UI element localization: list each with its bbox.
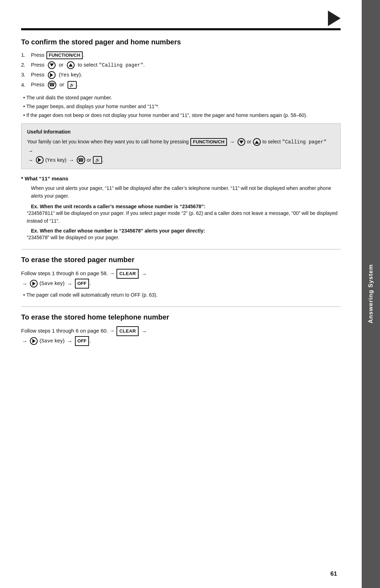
up-button (67, 61, 75, 69)
arrow-icon4: → (69, 156, 74, 165)
section2-note: The pager call mode will automatically r… (21, 291, 341, 299)
main-content: To confirm the stored pager and home num… (0, 0, 362, 588)
section2-text1: Follow steps 1 through 6 on page 58. → (21, 270, 116, 276)
ex2-body: “2345678” will be displayed on your page… (27, 234, 341, 241)
arrow-icon: → (229, 137, 235, 147)
top-arrow-area (21, 11, 341, 26)
off-button-s2: OFF (75, 279, 89, 289)
save-right-tri-icon-s2 (32, 281, 36, 286)
arr-s2-3: → (67, 279, 72, 289)
function-ch-button-info: FUNCTION/CH (190, 138, 227, 146)
arr-s3-3: → (67, 336, 72, 346)
arr-s3-1: → (141, 327, 147, 336)
up-button-info (253, 138, 261, 146)
down-tri-info-icon (239, 141, 243, 144)
up-tri-info-icon (255, 141, 259, 144)
section3-body: Follow steps 1 through 6 on page 60. → C… (21, 326, 341, 346)
step-2: 2. Press or to select "Calling pager". (21, 61, 341, 69)
ex1-bold: Ex. When the unit records a caller’s mes… (31, 204, 341, 209)
section-divider-1 (21, 249, 341, 249)
what11-body: When your unit alerts your pager, “11” w… (31, 184, 341, 200)
ex2-bold: Ex. When the caller whose number is “234… (31, 228, 341, 234)
section-divider-2 (21, 307, 341, 307)
up-triangle-icon (69, 63, 73, 67)
arr-s2-2: → (22, 279, 27, 289)
sidebar-tab: Answering System (362, 0, 380, 588)
section1-notes: The unit dials the stored pager number. … (21, 94, 341, 119)
clear-button-s3: CLEAR (116, 326, 139, 336)
save-key-button-s2 (30, 280, 38, 287)
section2-notes: The pager call mode will automatically r… (21, 291, 341, 299)
sidebar-label: Answering System (367, 257, 374, 330)
save-key-button-s3 (30, 337, 38, 345)
page-number: 61 (330, 570, 337, 577)
info-box-title: Useful Information (27, 128, 335, 136)
note-3: If the pager does not beep or does not d… (21, 112, 341, 119)
right-button-info (36, 156, 44, 164)
what11-title: * What “11” means (21, 175, 341, 181)
speaker-icon: 🔊 (68, 81, 77, 89)
right-triangle-icon (50, 73, 53, 77)
steps-list: 1. Press FUNCTION/CH. 2. Press or to sel… (21, 51, 341, 89)
step-3: 3. Press (Yes key). (21, 71, 341, 79)
section2-title: To erase the stored pager number (21, 256, 341, 264)
arr-s2-1: → (141, 269, 147, 279)
calling-pager-info: "Calling pager" (282, 139, 327, 145)
section3-text1: Follow steps 1 through 6 on page 60. → (21, 328, 116, 334)
arrow-icon2: → (28, 147, 33, 156)
right-button (48, 71, 56, 79)
handset-icon: ☎ (48, 81, 56, 89)
step-4: 4. Press ☎ or 🔊. (21, 81, 341, 89)
top-divider (21, 28, 341, 30)
speaker-icon-info: 🔊 (93, 156, 102, 164)
down-triangle-icon (50, 63, 54, 67)
off-button-s3: OFF (75, 336, 89, 346)
handset-icon-info: ☎ (77, 156, 85, 164)
section1-title: To confirm the stored pager and home num… (21, 38, 341, 46)
section3-period: . (89, 338, 91, 343)
arrow-icon3: → (28, 156, 33, 165)
function-ch-button: FUNCTION/CH (46, 51, 83, 59)
section3-title: To erase the stored home telephone numbe… (21, 313, 341, 321)
page-container: To confirm the stored pager and home num… (0, 0, 380, 588)
note-1: The unit dials the stored pager number. (21, 94, 341, 101)
down-button-info (238, 138, 245, 146)
what11-section: * What “11” means When your unit alerts … (21, 175, 341, 241)
down-button (48, 61, 56, 69)
save-right-tri-icon-s3 (32, 339, 36, 343)
right-tri-info-icon (38, 158, 41, 162)
next-page-arrow-icon (328, 11, 341, 26)
ex1-body: “234567811” will be displayed on your pa… (27, 209, 341, 225)
note-2: The pager beeps, and displays your home … (21, 103, 341, 110)
section2-body: Follow steps 1 through 6 on page 58. → C… (21, 269, 341, 289)
arr-s3-2: → (22, 336, 27, 346)
info-box-body: Your family can let you know when they w… (27, 137, 335, 165)
clear-button-s2: CLEAR (116, 269, 139, 279)
step-1: 1. Press FUNCTION/CH. (21, 51, 341, 59)
calling-pager-text: "Calling pager" (99, 62, 143, 68)
useful-information-box: Useful Information Your family can let y… (21, 123, 341, 169)
